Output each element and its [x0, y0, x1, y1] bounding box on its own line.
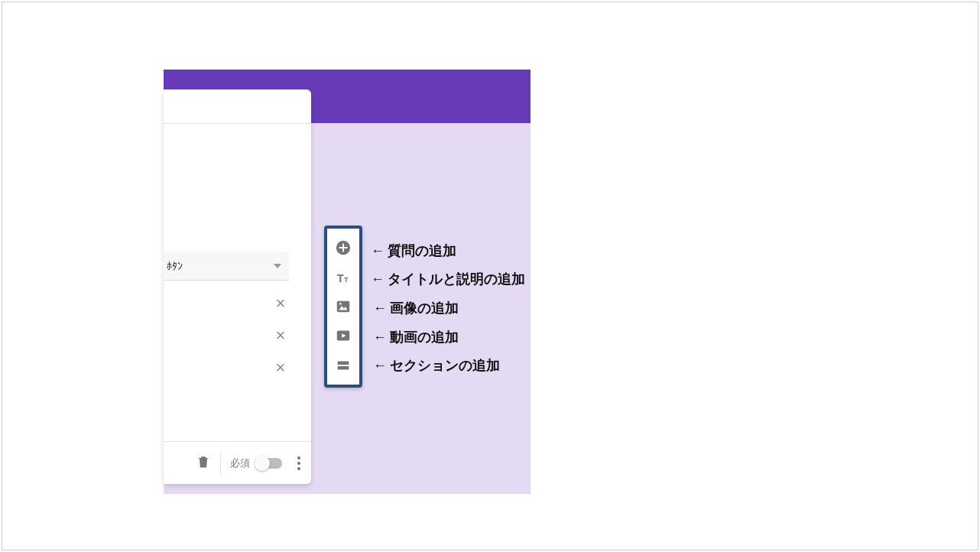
- trash-icon: [196, 454, 211, 469]
- remove-option-button[interactable]: ×: [273, 296, 288, 311]
- svg-rect-5: [337, 301, 350, 313]
- plus-circle-icon: [335, 239, 352, 256]
- more-options-button[interactable]: [293, 456, 305, 470]
- add-title-desc-button[interactable]: TT: [331, 265, 355, 290]
- dropdown-caret-icon: [274, 264, 281, 268]
- side-toolbar: TT: [324, 226, 362, 388]
- svg-text:T: T: [337, 271, 344, 284]
- remove-option-button[interactable]: ×: [273, 328, 288, 343]
- svg-rect-11: [338, 366, 349, 370]
- annotation-add-video: ←動画の追加: [373, 328, 459, 346]
- remove-option-button[interactable]: ×: [273, 360, 288, 375]
- delete-button[interactable]: [196, 454, 211, 472]
- image-icon: [335, 298, 352, 315]
- card-footer: 必須: [164, 441, 311, 484]
- annotation-add-title-desc: ←タイトルと説明の追加: [371, 270, 525, 288]
- dropdown-label: ﾎﾀﾝ: [167, 260, 183, 272]
- card-title-divider: [164, 123, 311, 124]
- svg-rect-10: [338, 361, 349, 365]
- question-type-dropdown[interactable]: ﾎﾀﾝ: [164, 252, 289, 281]
- annotation-add-section: ←セクションの追加: [373, 356, 500, 375]
- video-icon: [335, 327, 352, 344]
- svg-text:T: T: [344, 275, 349, 283]
- question-card: ﾎﾀﾝ × × × 必須: [164, 89, 311, 484]
- svg-point-7: [339, 303, 342, 305]
- footer-divider: [220, 452, 221, 475]
- section-icon: [335, 357, 352, 374]
- text-icon: TT: [335, 269, 352, 286]
- add-video-button[interactable]: [331, 323, 355, 348]
- annotation-add-image: ←画像の追加: [373, 299, 459, 317]
- required-label: 必須: [230, 456, 250, 470]
- required-toggle[interactable]: [256, 458, 282, 469]
- svg-rect-2: [339, 247, 348, 248]
- add-section-button[interactable]: [331, 353, 355, 378]
- outer-frame: ﾎﾀﾝ × × × 必須 TT: [2, 2, 978, 550]
- annotation-add-question: ←質問の追加: [371, 242, 456, 260]
- add-image-button[interactable]: [331, 294, 355, 319]
- add-question-button[interactable]: [331, 235, 355, 260]
